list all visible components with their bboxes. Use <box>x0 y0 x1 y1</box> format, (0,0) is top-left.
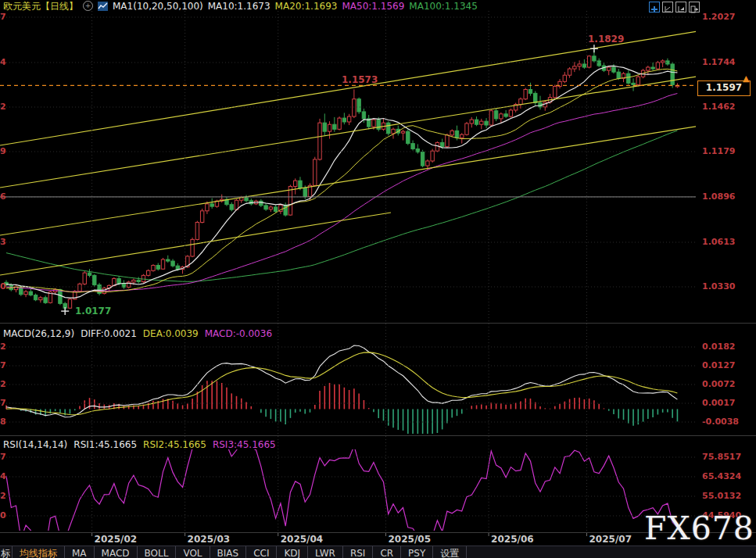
indicator-tab-bar: 标均线指标MAMACDBOLLVOLBIASCCIKDJLWRRSICRPSY设… <box>0 545 756 558</box>
trading-chart-app: 欧元美元【日线】+MA1(10,20,50,100)MA10:1.1673MA2… <box>0 0 756 558</box>
price-axis-label: 1.0613 <box>702 237 735 247</box>
panel-collapse-icon[interactable] <box>689 2 700 13</box>
indicator-tab-VOL[interactable]: VOL <box>176 546 210 558</box>
macd-axis-label-clipped: 7 <box>0 360 6 370</box>
macd-axis-label: 0.0182 <box>702 342 735 352</box>
price-arrow-icon: ▲ <box>743 74 749 83</box>
indicator-tab-RSI[interactable]: RSI <box>343 546 374 558</box>
rsi-axis-label-clipped: 2 <box>0 491 6 501</box>
price-axis-label-clipped: 4 <box>0 57 6 67</box>
rsi-axis-label-clipped: 0 <box>0 510 6 520</box>
indicator-tab-LWR[interactable]: LWR <box>308 546 343 558</box>
symbol-title: 欧元美元【日线】 <box>3 1 78 12</box>
pane-separator <box>0 435 756 436</box>
rsi-axis-label: 65.4324 <box>702 471 741 481</box>
x-axis-label: 2025/05 <box>389 534 431 545</box>
macd-axis-label-clipped: 2 <box>0 379 6 389</box>
macd-axis-label: 0.0072 <box>702 379 735 389</box>
indicator-tab-BOLL[interactable]: BOLL <box>138 546 177 558</box>
pane-separator <box>0 323 756 324</box>
indicator-tab-CR[interactable]: CR <box>373 546 401 558</box>
rsi-axis-label-clipped: 7 <box>0 452 6 462</box>
macd-axis-label: -0.0038 <box>702 417 739 427</box>
rsi-label: RSI(14,14,14) <box>3 439 67 450</box>
pane-separator <box>0 532 756 533</box>
ma-group-label: MA1(10,20,50,100) <box>113 1 203 12</box>
chart-canvas[interactable] <box>0 0 756 558</box>
price-axis-label: 1.0896 <box>702 191 735 202</box>
price-axis-label: 1.0330 <box>702 281 735 292</box>
rsi-axis-label-clipped: 4 <box>0 471 6 481</box>
indicator-tab-clipped[interactable]: 标 <box>0 546 13 558</box>
price-axis-label-clipped: 3 <box>0 237 6 247</box>
indicator-tab-CCI[interactable]: CCI <box>246 546 277 558</box>
rsi-axis-label: 55.0132 <box>702 491 741 501</box>
x-axis-label: 2025/06 <box>491 534 533 545</box>
ma50-value: MA50:1.1569 <box>342 1 404 12</box>
macd-axis-label-clipped: 2 <box>0 342 6 352</box>
macd-axis-label: 0.0017 <box>702 398 735 408</box>
rsi1-value: RSI1:45.1665 <box>73 439 137 450</box>
y-axis-left-icon[interactable] <box>662 2 673 13</box>
macd-dea-value: DEA:0.0039 <box>143 328 199 339</box>
indicator-tab-设置[interactable]: 设置 <box>433 546 467 558</box>
macd-label: MACD(26,12,9) <box>3 328 74 339</box>
y-axis-right-icon[interactable] <box>675 2 686 13</box>
macd-header: MACD(26,12,9)DIFF:0.0021DEA:0.0039MACD:-… <box>3 328 278 339</box>
rsi2-value: RSI2:45.1665 <box>143 439 206 450</box>
price-axis-label-clipped: 9 <box>0 146 6 156</box>
circle-plus-icon[interactable]: + <box>83 1 93 11</box>
price-axis-label-clipped: 0 <box>0 281 6 292</box>
rsi-header: RSI(14,14,14)RSI1:45.1665RSI2:45.1665RSI… <box>3 439 282 450</box>
macd-axis-label-clipped: 7 <box>0 398 6 408</box>
rsi-axis-label: 75.8517 <box>702 452 741 462</box>
price-axis-label: 1.2027 <box>702 12 735 22</box>
ma10-value: MA10:1.1673 <box>208 1 271 12</box>
price-mark-label: 1.0177 <box>75 306 111 317</box>
macd-hist-value: MACD:-0.0036 <box>205 328 272 339</box>
price-axis-label: 1.1462 <box>702 102 735 112</box>
price-mark-label: 1.1829 <box>588 34 624 45</box>
x-axis-label: 2025/04 <box>281 534 323 545</box>
ma100-value: MA100:1.1345 <box>409 1 478 12</box>
indicator-tab-KDJ[interactable]: KDJ <box>277 546 308 558</box>
ma20-value: MA20:1.1693 <box>275 1 338 12</box>
chart-header: 欧元美元【日线】+MA1(10,20,50,100)MA10:1.1673MA2… <box>0 0 756 14</box>
price-axis-label: 1.1179 <box>702 146 735 156</box>
x-axis-label: 2025/02 <box>95 534 137 545</box>
chart-type-icon[interactable] <box>98 2 108 11</box>
indicator-tab-MA[interactable]: MA <box>65 546 95 558</box>
macd-axis-label: 0.0127 <box>702 360 735 370</box>
indicator-tab-BIAS[interactable]: BIAS <box>210 546 247 558</box>
chart-toolbar <box>649 2 700 13</box>
price-mark-label: 1.1573 <box>342 75 378 85</box>
indicator-tab-PSY[interactable]: PSY <box>401 546 433 558</box>
indicator-tab-均线指标[interactable]: 均线指标 <box>13 546 65 558</box>
price-axis-label-clipped: 7 <box>0 12 6 22</box>
crosshair-icon[interactable] <box>649 2 660 13</box>
x-axis-label: 2025/07 <box>589 534 632 545</box>
price-axis-label: 1.1744 <box>702 57 735 67</box>
watermark: FX678 <box>644 510 754 547</box>
x-axis-label: 2025/03 <box>188 534 230 545</box>
macd-axis-label-clipped: 8 <box>0 417 6 427</box>
indicator-tab-MACD[interactable]: MACD <box>95 546 138 558</box>
price-axis-label-clipped: 6 <box>0 191 6 202</box>
price-axis-label-clipped: 2 <box>0 102 6 112</box>
macd-diff-value: DIFF:0.0021 <box>81 328 137 339</box>
rsi3-value: RSI3:45.1665 <box>213 439 276 450</box>
